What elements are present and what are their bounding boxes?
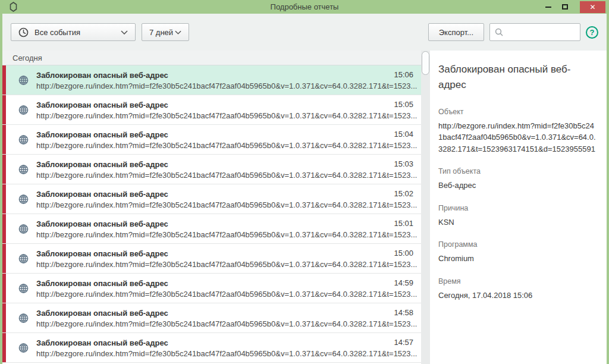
event-row[interactable]: Заблокирован опасный веб-адрес http://be… [2,214,421,244]
minimize-button[interactable] [541,1,556,13]
period-filter-dropdown[interactable]: 7 дней [142,23,189,41]
event-title: Заблокирован опасный веб-адрес [36,249,168,258]
export-button-label: Экспорт... [439,28,473,37]
event-time: 15:04 [394,130,413,139]
event-url: http://bezgore.ru/index.htm?mid=f2fe30b5… [36,290,417,299]
details-field: Программа Chromium [438,240,596,265]
date-group-header: Сегодня [2,51,421,65]
event-url: http://bezgore.ru/index.htm?mid=f2fe30b5… [36,230,417,239]
period-filter-value: 7 дней [149,28,173,37]
details-heading: Заблокирован опасный веб-адрес [438,62,596,93]
event-row[interactable]: Заблокирован опасный веб-адрес http://be… [2,333,421,363]
event-filter-value: Все события [34,28,80,37]
event-row[interactable]: Заблокирован опасный веб-адрес http://be… [2,95,421,125]
details-field: Тип объекта Веб-адрес [438,167,596,192]
event-text: Заблокирован опасный веб-адрес http://be… [36,278,376,299]
main-area: Сегодня Заблокирован опасный веб-адрес h… [2,51,607,364]
details-panel: Заблокирован опасный веб-адрес Объект ht… [430,51,607,364]
event-text: Заблокирован опасный веб-адрес http://be… [36,99,376,121]
event-filter-dropdown[interactable]: Все события [11,23,136,41]
event-time: 15:00 [394,249,413,258]
date-group-label: Сегодня [12,54,42,62]
field-value: Chromium [438,253,596,265]
event-title: Заблокирован опасный веб-адрес [36,219,168,228]
event-url: http://bezgore.ru/index.htm?mid=f2fe30b5… [36,111,417,120]
event-url: http://bezgore.ru/index.htm?mid=f2fe30b5… [36,200,417,209]
field-value: http://bezgore.ru/index.htm?mid=f2fe30b5… [438,120,596,155]
event-url: http://bezgore.ru/index.htm?mid=f2fe30b5… [36,319,417,328]
event-title: Заблокирован опасный веб-адрес [36,160,168,169]
event-text: Заблокирован опасный веб-адрес http://be… [36,337,376,359]
scrollbar-thumb[interactable] [422,51,429,75]
event-row[interactable]: Заблокирован опасный веб-адрес http://be… [2,155,421,184]
severity-marker [2,184,6,214]
severity-marker [2,333,6,362]
globe-icon [18,134,29,145]
event-time: 15:02 [394,189,413,198]
event-time: 14:59 [394,278,413,287]
event-row[interactable]: Заблокирован опасный веб-адрес http://be… [2,125,421,155]
event-url: http://bezgore.ru/index.htm?mid=f2fe30b5… [36,349,417,358]
field-label: Причина [438,204,596,212]
event-time: 14:57 [394,338,413,347]
event-row[interactable]: Заблокирован опасный веб-адрес http://be… [2,244,421,274]
event-text: Заблокирован опасный веб-адрес http://be… [36,70,376,91]
globe-icon [18,313,29,323]
event-row[interactable]: Заблокирован опасный веб-адрес http://be… [2,303,421,333]
chevron-down-icon [121,30,128,34]
titlebar: Подробные отчеты ✕ [0,0,609,14]
search-input[interactable] [507,28,575,37]
search-icon [495,28,503,36]
severity-marker [2,303,6,332]
severity-marker [2,244,6,273]
event-title: Заблокирован опасный веб-адрес [36,190,168,199]
field-label: Время [438,277,596,285]
severity-marker [2,95,6,124]
search-box[interactable] [489,23,580,41]
details-field: Объект http://bezgore.ru/index.htm?mid=f… [438,108,596,155]
severity-marker [2,155,6,184]
globe-icon [18,253,29,263]
event-row[interactable]: Заблокирован опасный веб-адрес http://be… [2,274,421,303]
help-icon[interactable]: ? [586,26,598,39]
event-list-rows: Заблокирован опасный веб-адрес http://be… [2,65,421,364]
event-url: http://bezgore.ru/index.htm?mid=f2fe30b5… [36,81,417,90]
event-text: Заблокирован опасный веб-адрес http://be… [36,189,376,210]
event-row[interactable]: Заблокирован опасный веб-адрес http://be… [2,65,421,95]
field-value: Сегодня, 17.04.2018 15:06 [438,290,596,302]
app-window: Подробные отчеты ✕ Все события 7 дней [0,0,609,364]
severity-marker [2,214,6,243]
event-title: Заблокирован опасный веб-адрес [36,338,168,347]
export-button[interactable]: Экспорт... [428,23,484,41]
details-field: Время Сегодня, 17.04.2018 15:06 [438,277,596,302]
severity-marker [2,274,6,303]
event-title: Заблокирован опасный веб-адрес [36,71,168,80]
globe-icon [18,283,29,293]
details-field: Причина KSN [438,204,596,228]
maximize-button[interactable] [556,1,574,13]
event-text: Заблокирован опасный веб-адрес http://be… [36,159,376,180]
event-row[interactable]: Заблокирован опасный веб-адрес http://be… [2,184,421,214]
event-url: http://bezgore.ru/index.htm?mid=f2fe30b5… [36,260,417,269]
event-title: Заблокирован опасный веб-адрес [36,130,168,139]
severity-marker [2,65,6,95]
globe-icon [18,343,29,353]
chevron-down-icon [175,30,181,34]
field-value: Веб-адрес [438,180,596,192]
globe-icon [18,75,29,85]
field-label: Тип объекта [438,167,596,175]
event-text: Заблокирован опасный веб-адрес http://be… [36,248,376,269]
globe-icon [18,105,29,115]
window-title: Подробные отчеты [0,2,609,11]
event-time: 15:03 [394,159,413,168]
event-time: 15:06 [394,70,413,79]
close-button[interactable]: ✕ [580,1,605,13]
toolbar: Все события 7 дней Экспорт... [2,14,607,51]
event-title: Заблокирован опасный веб-адрес [36,309,168,318]
field-label: Объект [438,108,596,116]
list-scrollbar[interactable] [421,51,430,364]
event-url: http://bezgore.ru/index.htm?mid=f2fe30b5… [36,171,417,180]
globe-icon [18,194,29,204]
globe-icon [18,224,29,234]
event-url: http://bezgore.ru/index.htm?mid=f2fe30b5… [36,141,417,150]
